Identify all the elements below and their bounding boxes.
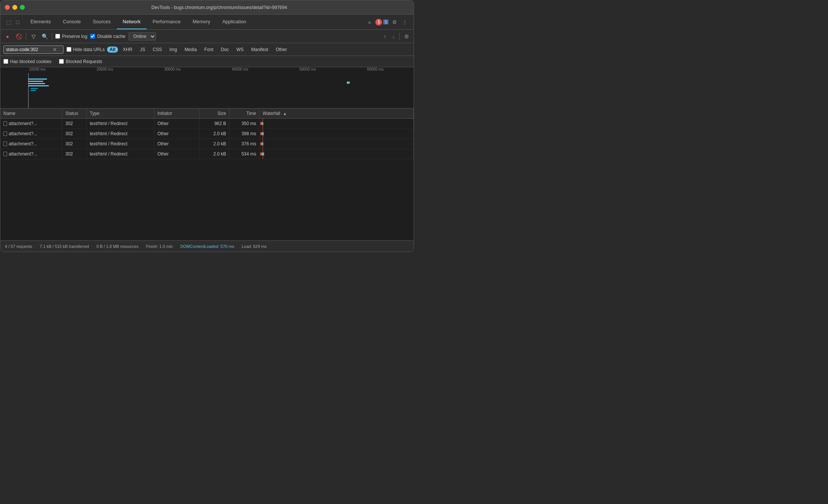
blocked-requests-checkbox[interactable]: [59, 59, 64, 64]
more-tabs-button[interactable]: »: [366, 18, 373, 27]
device-icon[interactable]: □: [14, 18, 21, 26]
disable-cache-label[interactable]: Disable cache: [90, 34, 125, 39]
transferred-size: 7.1 kB / 515 kB transferred: [40, 244, 89, 249]
warning-badge[interactable]: 1: [383, 20, 388, 24]
td-type-4: text/html / Redirect: [87, 149, 154, 159]
th-size[interactable]: Size: [199, 109, 230, 118]
red-line-1: [263, 119, 263, 128]
filter-other[interactable]: Other: [273, 47, 290, 53]
dom-content-loaded: DOMContentLoaded: 570 ms: [180, 244, 234, 249]
filter-options: Hide data URLs All XHR JS CSS Img Media …: [66, 47, 290, 53]
tab-sources[interactable]: Sources: [87, 15, 117, 29]
table-row[interactable]: attachment?... 302 text/html / Redirect …: [0, 119, 414, 129]
tab-performance[interactable]: Performance: [147, 15, 186, 29]
td-status-1: 302: [62, 119, 87, 128]
has-blocked-cookies-label[interactable]: Has blocked cookies: [3, 59, 51, 64]
toolbar: ● 🚫 ▽ 🔍 Preserve log Disable cache Onlin…: [0, 30, 414, 43]
td-size-1: 962 B: [199, 119, 230, 128]
td-waterfall-1: [260, 119, 414, 128]
filter-xhr[interactable]: XHR: [120, 47, 135, 53]
import-icon[interactable]: ↑: [382, 33, 388, 39]
filter-button[interactable]: ▽: [29, 32, 38, 41]
search-button[interactable]: 🔍: [41, 32, 49, 41]
tab-network[interactable]: Network: [117, 15, 147, 29]
tab-elements[interactable]: Elements: [24, 15, 57, 29]
th-status[interactable]: Status: [62, 109, 87, 118]
mini-bar-1: [28, 78, 47, 80]
filter-ws[interactable]: WS: [234, 47, 246, 53]
has-blocked-cookies-checkbox[interactable]: [3, 59, 8, 64]
tick-3: 30000 ms: [163, 67, 230, 71]
record-button[interactable]: ●: [3, 32, 12, 41]
td-name-2: attachment?...: [0, 129, 62, 139]
menu-icon[interactable]: ⋮: [401, 18, 409, 27]
title-bar: DevTools - bugs.chromium.org/p/chromium/…: [0, 0, 414, 15]
disable-cache-checkbox[interactable]: [90, 34, 95, 39]
td-name-1: attachment?...: [0, 119, 62, 128]
stop-button[interactable]: 🚫: [15, 32, 23, 41]
filter-js[interactable]: JS: [137, 47, 148, 53]
table-row[interactable]: attachment?... 302 text/html / Redirect …: [0, 139, 414, 149]
table-row[interactable]: attachment?... 302 text/html / Redirect …: [0, 149, 414, 159]
blocked-bar: Has blocked cookies Blocked Requests: [0, 56, 414, 67]
th-waterfall[interactable]: Waterfall ▲: [260, 109, 414, 118]
hide-data-urls-checkbox[interactable]: [66, 47, 71, 52]
file-icon-3: [3, 142, 7, 146]
tick-5: 50000 ms: [298, 67, 366, 71]
timeline-area[interactable]: 10000 ms 20000 ms 30000 ms 40000 ms 5000…: [0, 67, 414, 109]
toolbar-divider-2: [52, 33, 52, 40]
th-type[interactable]: Type: [87, 109, 154, 118]
table-row[interactable]: attachment?... 302 text/html / Redirect …: [0, 129, 414, 139]
tick-1: 10000 ms: [27, 67, 95, 71]
timeline-content: [27, 74, 414, 108]
resources-size: 0 B / 1.8 MB resources: [97, 244, 139, 249]
clear-search-icon[interactable]: ✕: [53, 47, 57, 52]
th-time[interactable]: Time: [230, 109, 260, 118]
finish-time: Finish: 1.0 min: [146, 244, 173, 249]
td-status-3: 302: [62, 139, 87, 149]
mini-bar-5: [30, 88, 38, 89]
td-initiator-1: Other: [154, 119, 199, 128]
export-icon[interactable]: ↓: [391, 33, 396, 39]
hide-data-urls-label[interactable]: Hide data URLs: [66, 47, 105, 52]
filter-font[interactable]: Font: [202, 47, 216, 53]
wf-bar-receive-4: [262, 152, 264, 155]
status-bar: 4 / 57 requests 7.1 kB / 515 kB transfer…: [0, 240, 414, 252]
preserve-log-checkbox[interactable]: [55, 34, 60, 39]
traffic-lights: [5, 5, 25, 10]
filter-manifest[interactable]: Manifest: [249, 47, 271, 53]
table-area: Name Status Type Initiator Size Time Wat…: [0, 109, 414, 240]
close-button[interactable]: [5, 5, 10, 10]
td-size-3: 2.0 kB: [199, 139, 230, 149]
filter-all[interactable]: All: [107, 47, 118, 53]
tab-memory[interactable]: Memory: [187, 15, 216, 29]
blocked-requests-label[interactable]: Blocked Requests: [59, 59, 102, 64]
td-type-3: text/html / Redirect: [87, 139, 154, 149]
filter-css[interactable]: CSS: [150, 47, 165, 53]
nav-tabs: Elements Console Sources Network Perform…: [24, 15, 363, 29]
td-name-4: attachment?...: [0, 149, 62, 159]
th-name[interactable]: Name: [0, 109, 62, 118]
tab-application[interactable]: Application: [216, 15, 252, 29]
red-line-2: [263, 129, 263, 139]
throttling-select[interactable]: Online: [128, 32, 156, 41]
tab-console[interactable]: Console: [57, 15, 87, 29]
settings-icon[interactable]: ⚙: [391, 18, 399, 27]
preserve-log-label[interactable]: Preserve log: [55, 34, 87, 39]
toolbar-divider-1: [26, 33, 26, 40]
filter-doc[interactable]: Doc: [218, 47, 231, 53]
search-input[interactable]: [6, 47, 51, 52]
filter-img[interactable]: Img: [167, 47, 180, 53]
inspect-icon[interactable]: ⬚: [5, 18, 12, 26]
error-badge[interactable]: 1: [375, 19, 382, 26]
network-settings-icon[interactable]: ⚙: [403, 32, 411, 41]
td-size-4: 2.0 kB: [199, 149, 230, 159]
cursor-line: [28, 73, 29, 108]
minimize-button[interactable]: [12, 5, 17, 10]
search-wrapper: ✕: [3, 45, 63, 54]
devtools-tabs: ⬚ □ Elements Console Sources Network Per…: [0, 15, 414, 30]
filter-media[interactable]: Media: [182, 47, 199, 53]
maximize-button[interactable]: [20, 5, 25, 10]
red-line-4: [263, 149, 263, 159]
th-initiator[interactable]: Initiator: [154, 109, 199, 118]
